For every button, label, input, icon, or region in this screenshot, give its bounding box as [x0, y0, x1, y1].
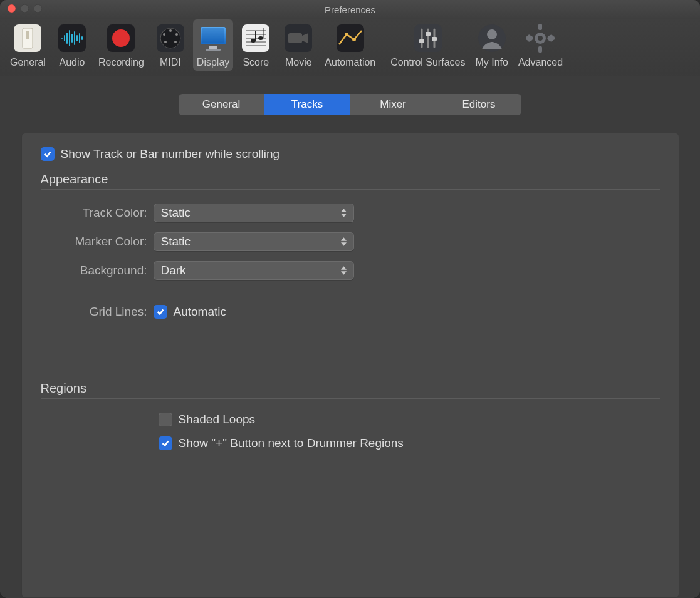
grid-lines-label: Grid Lines: [41, 305, 154, 319]
grid-lines-checkbox[interactable] [154, 305, 167, 319]
display-icon [197, 22, 229, 54]
svg-point-17 [169, 29, 172, 32]
toolbar-label: Movie [285, 57, 312, 68]
gridlines-grid: Grid Lines: Automatic [41, 305, 660, 319]
shaded-loops-label: Shaded Loops [179, 413, 256, 426]
marker-color-value: Static [161, 235, 191, 249]
control-surfaces-icon [412, 22, 444, 54]
svg-rect-38 [288, 33, 302, 43]
tab-general[interactable]: General [179, 94, 264, 115]
toolbar-item-recording[interactable]: Recording [95, 19, 148, 71]
toolbar-item-general[interactable]: General [6, 19, 50, 71]
toolbar-label: Score [243, 57, 269, 68]
tab-mixer[interactable]: Mixer [350, 94, 436, 115]
audio-icon [56, 22, 88, 54]
advanced-icon [524, 22, 556, 54]
plus-drummer-label: Show "+" Button next to Drummer Regions [179, 436, 404, 450]
automation-icon [334, 22, 367, 54]
toolbar: General Audio Recording MIDI Display [0, 19, 700, 76]
dropdown-arrows-icon [337, 205, 352, 220]
toolbar-item-movie[interactable]: Movie [278, 19, 318, 71]
tracks-panel: Show Track or Bar number while scrolling… [21, 133, 679, 598]
svg-point-42 [352, 38, 356, 41]
svg-rect-48 [426, 32, 431, 36]
window-minimize-button[interactable] [21, 4, 29, 13]
background-label: Background: [41, 264, 154, 277]
toolbar-label: Display [197, 57, 229, 68]
marker-color-label: Marker Color: [41, 235, 154, 249]
titlebar: Preferences [0, 0, 700, 19]
toolbar-item-midi[interactable]: MIDI [150, 19, 191, 71]
window-close-button[interactable] [8, 4, 16, 13]
plus-drummer-checkbox[interactable] [159, 436, 172, 450]
toolbar-item-my-info[interactable]: My Info [471, 19, 511, 71]
track-color-label: Track Color: [41, 206, 154, 220]
dropdown-arrows-icon [337, 234, 352, 249]
show-number-checkbox[interactable] [41, 147, 55, 161]
midi-icon [154, 22, 187, 54]
svg-marker-64 [341, 237, 347, 240]
toolbar-item-advanced[interactable]: Advanced [515, 19, 567, 71]
toolbar-label: Recording [98, 57, 144, 68]
svg-marker-65 [341, 242, 347, 245]
background-dropdown[interactable]: Dark [154, 261, 354, 280]
tab-tracks[interactable]: Tracks [264, 94, 350, 115]
movie-icon [282, 22, 315, 54]
my-info-icon [476, 22, 508, 54]
svg-rect-24 [202, 28, 224, 43]
show-number-label: Show Track or Bar number while scrolling [61, 147, 280, 161]
svg-rect-40 [337, 24, 364, 52]
appearance-grid: Track Color: Static Marker Color: Static [41, 204, 660, 280]
general-icon [11, 22, 44, 54]
svg-rect-47 [419, 39, 424, 43]
grid-lines-value: Automatic [174, 305, 226, 319]
svg-point-33 [251, 39, 256, 43]
svg-rect-25 [209, 46, 217, 49]
toolbar-label: General [10, 57, 46, 68]
content-area: General Tracks Mixer Editors Show Track … [0, 76, 700, 598]
preferences-window: Preferences General Audio Recording [0, 0, 700, 598]
svg-point-35 [258, 36, 263, 40]
toolbar-label: Audio [59, 57, 85, 68]
tab-editors[interactable]: Editors [436, 94, 521, 115]
svg-rect-36 [263, 28, 264, 38]
window-title: Preferences [325, 4, 375, 15]
svg-point-14 [112, 29, 130, 47]
toolbar-label: Advanced [518, 57, 563, 68]
track-color-value: Static [161, 206, 191, 220]
svg-marker-67 [341, 271, 347, 274]
shaded-loops-checkbox[interactable] [159, 413, 172, 426]
svg-point-20 [164, 41, 167, 43]
svg-rect-53 [538, 24, 542, 30]
toolbar-label: Automation [325, 57, 375, 68]
svg-point-19 [175, 33, 178, 36]
svg-marker-66 [341, 266, 347, 269]
toolbar-item-automation[interactable]: Automation [321, 19, 379, 71]
traffic-lights [8, 4, 42, 13]
toolbar-label: My Info [475, 57, 508, 68]
track-color-dropdown[interactable]: Static [154, 204, 354, 222]
svg-rect-49 [432, 37, 437, 41]
toolbar-label: Control Surfaces [390, 57, 465, 68]
toolbar-item-display[interactable]: Display [193, 19, 233, 71]
recording-icon [105, 22, 137, 54]
svg-marker-63 [341, 214, 347, 217]
window-zoom-button[interactable] [34, 4, 42, 13]
divider [41, 189, 660, 190]
svg-point-21 [174, 41, 177, 43]
score-icon [239, 22, 272, 54]
background-value: Dark [161, 264, 186, 277]
divider [41, 398, 660, 399]
svg-marker-62 [341, 209, 347, 212]
dropdown-arrows-icon [337, 263, 352, 278]
toolbar-item-control-surfaces[interactable]: Control Surfaces [387, 19, 469, 71]
svg-rect-54 [538, 46, 542, 53]
regions-rows: Shaded Loops Show "+" Button next to Dru… [159, 413, 660, 450]
svg-point-18 [163, 33, 165, 36]
toolbar-item-score[interactable]: Score [236, 19, 276, 71]
marker-color-dropdown[interactable]: Static [154, 232, 354, 251]
svg-rect-2 [26, 31, 29, 39]
segmented-control: General Tracks Mixer Editors [179, 94, 521, 115]
toolbar-item-audio[interactable]: Audio [52, 19, 92, 71]
svg-point-61 [538, 36, 543, 41]
